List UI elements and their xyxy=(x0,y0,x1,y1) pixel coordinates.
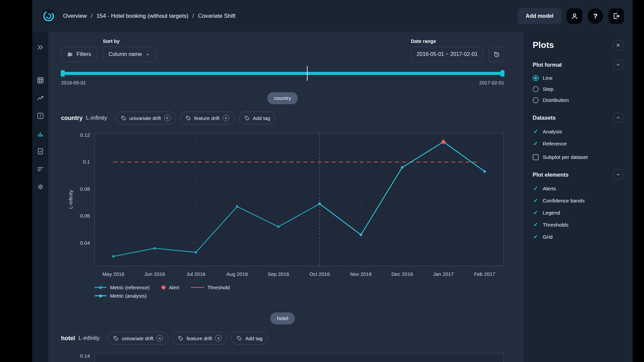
radio-distribution[interactable]: Distribution xyxy=(533,97,623,103)
date-range-value: 2016-05-01 ~ 2017-02-01 xyxy=(417,51,478,57)
remove-tag-button[interactable] xyxy=(156,335,163,342)
svg-text:f: f xyxy=(40,113,41,118)
tag-label: feature drift xyxy=(194,115,220,121)
tag-icon xyxy=(178,336,183,341)
plot-elements-title: Plot elements xyxy=(533,172,569,178)
tag-feature-drift[interactable]: feature drift xyxy=(180,112,235,124)
svg-text:Jun 2016: Jun 2016 xyxy=(144,271,165,277)
check-icon xyxy=(533,140,539,147)
radio-step[interactable]: Step xyxy=(533,86,623,92)
logout-button[interactable] xyxy=(608,8,624,24)
radio-line[interactable]: Line xyxy=(533,75,623,81)
tag-icon xyxy=(244,115,250,121)
add-model-button[interactable]: Add model xyxy=(518,8,561,24)
sidebar-item-concept-drift[interactable]: f xyxy=(33,108,48,123)
column-name: hotel xyxy=(61,335,75,342)
check-icon xyxy=(533,128,539,135)
svg-text:Jul 2016: Jul 2016 xyxy=(186,271,206,277)
toggle-analysis[interactable]: Analysis xyxy=(533,128,623,135)
hotel-section-header: hotel L-infinity univariate drift xyxy=(61,332,504,345)
country-section-header: country L-infinity univariate drift xyxy=(61,112,504,124)
breadcrumb-separator: / xyxy=(193,13,194,19)
timeline-track[interactable] xyxy=(61,72,504,75)
sidebar-expand-button[interactable] xyxy=(33,40,48,55)
toggle-alerts[interactable]: Alerts xyxy=(533,185,623,192)
svg-text:Jan 2017: Jan 2017 xyxy=(433,271,454,277)
topbar: Overview / 154 - Hotel booking (without … xyxy=(32,0,633,32)
sidebar-item-data[interactable] xyxy=(33,73,48,87)
breadcrumb-overview[interactable]: Overview xyxy=(63,13,87,19)
remove-tag-button[interactable] xyxy=(164,115,171,121)
timeline-start-handle[interactable] xyxy=(61,70,65,77)
analysis-line-glyph xyxy=(95,295,107,296)
check-icon xyxy=(533,185,539,192)
sidebar-item-performance[interactable] xyxy=(33,90,48,105)
panel-title: Plots xyxy=(533,40,554,50)
toggle-confidence-bands[interactable]: Confidence bands xyxy=(533,197,623,204)
alert-diamond-icon xyxy=(161,285,166,290)
tag-univariate-drift[interactable]: univariate drift xyxy=(115,112,176,124)
toggle-thresholds[interactable]: Thresholds xyxy=(533,221,623,228)
tag-univariate-drift[interactable]: univariate drift xyxy=(108,332,168,345)
filters-button[interactable]: Filters xyxy=(61,47,97,62)
tag-label: univariate drift xyxy=(122,336,153,341)
legend-threshold: Threshold xyxy=(191,285,230,290)
chart-legend: Metric (reference) Alert Threshold Metri… xyxy=(95,285,504,299)
timeline-labels: 2016-05-01 2017-02-01 xyxy=(61,80,504,85)
sidebar-item-covariate-shift[interactable] xyxy=(33,126,48,141)
app-logo-icon[interactable] xyxy=(41,8,56,24)
history-button[interactable] xyxy=(489,47,504,62)
svg-text:0.1: 0.1 xyxy=(83,159,90,165)
tag-feature-drift[interactable]: feature drift xyxy=(172,332,227,345)
date-range-input[interactable]: 2016-05-01 ~ 2017-02-01 xyxy=(411,47,483,62)
date-range-label: Date range xyxy=(411,39,504,45)
sidebar-item-settings[interactable] xyxy=(33,179,48,194)
timeline-start-label: 2016-05-01 xyxy=(61,80,86,85)
sort-select[interactable]: Column name xyxy=(103,47,156,62)
add-tag-button[interactable]: Add tag xyxy=(231,332,268,345)
collapse-plot-elements-button[interactable] xyxy=(613,170,623,180)
country-drift-chart[interactable]: 0.040.060.080.10.12May 2016Jun 2016Jul 2… xyxy=(61,130,504,281)
user-account-button[interactable] xyxy=(567,8,582,24)
breadcrumb-model[interactable]: 154 - Hotel booking (without targets) xyxy=(97,13,189,19)
remove-tag-button[interactable] xyxy=(223,115,229,121)
toggle-grid[interactable]: Grid xyxy=(533,233,623,240)
svg-text:0.08: 0.08 xyxy=(80,186,90,192)
toggle-legend[interactable]: Legend xyxy=(533,209,623,216)
svg-text:L-infinity: L-infinity xyxy=(68,190,73,209)
check-label: Confidence bands xyxy=(543,198,585,204)
check-label: Analysis xyxy=(543,129,562,135)
user-icon xyxy=(571,12,579,20)
help-button[interactable]: ? xyxy=(588,8,603,24)
close-panel-button[interactable] xyxy=(613,40,623,50)
app-window: Overview / 154 - Hotel booking (without … xyxy=(32,0,633,362)
timeline-cursor[interactable] xyxy=(307,66,308,81)
subplot-per-dataset-checkbox[interactable]: Subplot per dataset xyxy=(533,154,623,160)
toggle-reference[interactable]: Reference xyxy=(533,140,623,147)
timeline-end-handle[interactable] xyxy=(500,70,504,77)
chevron-down-icon xyxy=(145,52,150,57)
filters-icon xyxy=(67,51,73,58)
collapse-plot-format-button[interactable] xyxy=(613,60,623,70)
radio-icon xyxy=(533,97,539,103)
datasets-section: Datasets Analysis Reference xyxy=(533,113,623,160)
legend-analysis: Metric (analysis) xyxy=(95,293,150,299)
double-chevron-right-icon xyxy=(37,44,44,51)
check-label: Grid xyxy=(543,234,552,240)
check-label: Reference xyxy=(543,141,567,147)
sidebar-item-logs[interactable] xyxy=(33,162,48,176)
history-clock-icon xyxy=(493,51,500,58)
sidebar-item-reports[interactable] xyxy=(33,144,48,159)
collapse-datasets-button[interactable] xyxy=(613,113,623,123)
timeline-slider[interactable] xyxy=(61,70,504,77)
add-tag-button[interactable]: Add tag xyxy=(239,112,276,124)
close-icon xyxy=(224,117,227,120)
tag-label: univariate drift xyxy=(129,115,161,121)
hotel-drift-chart[interactable]: 0.14 xyxy=(61,351,504,362)
toolbar: Filters Sort by Column name Date range xyxy=(61,39,504,62)
remove-tag-button[interactable] xyxy=(215,335,222,342)
filters-label: Filters xyxy=(76,51,91,57)
svg-text:May 2016: May 2016 xyxy=(102,271,124,277)
plot-format-title: Plot format xyxy=(533,62,562,68)
table-grid-icon xyxy=(37,76,44,84)
